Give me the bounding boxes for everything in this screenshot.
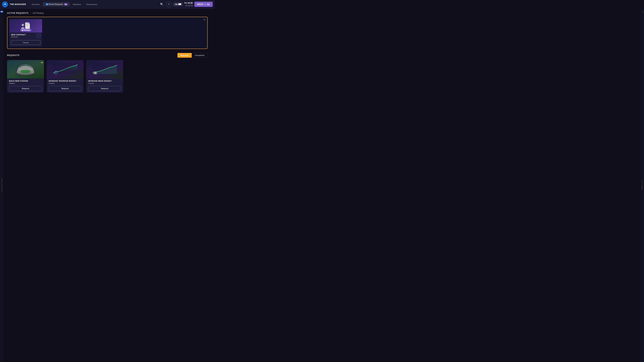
stadium-card-title: BUILD NEW STADIUM xyxy=(9,80,42,82)
timer-icon: ⏱ xyxy=(203,18,206,21)
fm-label: FM xyxy=(175,3,178,5)
transfer-card-title: INCREASE TRANSFER BUDGET xyxy=(49,80,82,82)
build-stadium-card: ✦✦ xyxy=(7,60,44,93)
transfer-card-body: INCREASE TRANSFER BUDGET Finance Request xyxy=(46,78,84,93)
active-requests-header: ACTIVE REQUESTS 2/3 Pending xyxy=(7,12,208,14)
nav-items: Overview L1 Board Requests R1 Members Pe… xyxy=(29,2,159,6)
inbox-label: INBOX xyxy=(197,3,204,5)
transfer-card-sub: Finance xyxy=(49,82,82,84)
svg-rect-11 xyxy=(19,68,22,71)
topbar-right: 🔍 ? FM ⌨ Fri 10:00 21 Jul 23 INBOX » R2 xyxy=(159,2,213,7)
wage-budget-card: INCREASE WAGE BUDGET Finance Request xyxy=(86,60,123,93)
current-date: 21 Jul 23 xyxy=(184,4,193,7)
svg-rect-6 xyxy=(26,26,28,26)
stadium-card-body: BUILD NEW STADIUM Stadium Request xyxy=(7,78,44,93)
active-requests-subtitle: 2/3 Pending xyxy=(33,12,44,14)
pending-label: Pending xyxy=(24,29,30,31)
nav-performance[interactable]: Performance xyxy=(84,2,100,6)
wage-card-sub: Finance xyxy=(88,82,121,84)
stadium-card-image: ✦✦ xyxy=(7,60,44,78)
topbar: THE MANAGER Overview L1 Board Requests R… xyxy=(0,0,215,9)
pending-badge: Pending xyxy=(20,29,31,31)
help-button[interactable]: ? xyxy=(166,2,172,7)
requests-tab[interactable]: Requests xyxy=(178,53,192,58)
stadium-sparkle-icon: ✦✦ xyxy=(40,61,44,64)
active-request-card: ✦ xyxy=(10,19,42,46)
datetime-box: Fri 10:00 21 Jul 23 xyxy=(184,2,193,7)
sparkle-icon: ✦ xyxy=(26,23,28,25)
nav-members[interactable]: Members xyxy=(70,2,83,6)
completed-tab[interactable]: Completed xyxy=(192,53,208,58)
pending-dot xyxy=(22,30,23,31)
wage-request-button[interactable]: Request xyxy=(88,86,121,91)
transfer-card-image xyxy=(46,60,84,78)
active-request-container: ⏱ ✦ xyxy=(7,17,208,49)
section-divider xyxy=(30,12,31,14)
svg-point-19 xyxy=(94,72,96,73)
inbox-r2-badge: R2 xyxy=(206,3,210,5)
active-request-sub: Personal xyxy=(11,36,26,38)
transfer-budget-card: INCREASE TRANSFER BUDGET Finance Request xyxy=(46,60,84,93)
nav-l1-badge: L1 xyxy=(46,3,49,5)
wage-card-image xyxy=(86,60,123,78)
active-request-card-image: ✦ xyxy=(10,19,42,32)
request-cards-grid: ✦✦ xyxy=(7,60,208,93)
inbox-button[interactable]: INBOX » R2 xyxy=(194,2,213,7)
requests-section-title: REQUESTS xyxy=(7,54,20,56)
tab-group: Requests Completed xyxy=(178,53,208,58)
club-logo xyxy=(2,1,8,7)
l2-badge: L2 xyxy=(0,11,3,12)
inbox-arrow-icon: » xyxy=(204,3,206,5)
stadium-request-button[interactable]: Request xyxy=(9,86,42,91)
active-request-card-body: NEW CONTRACT Personal ⤢ xyxy=(10,32,42,39)
svg-point-1 xyxy=(22,24,24,26)
active-request-title: NEW CONTRACT xyxy=(11,34,26,36)
stadium-card-sub: Stadium xyxy=(9,82,42,84)
active-requests-title: ACTIVE REQUESTS xyxy=(7,12,28,14)
cancel-button[interactable]: Cancel xyxy=(11,40,40,45)
sidebar-navigation: L2 NAVIGATION xyxy=(0,9,4,121)
current-time: Fri 10:00 xyxy=(184,2,193,4)
search-button[interactable]: 🔍 xyxy=(159,2,164,7)
svg-point-13 xyxy=(17,72,34,75)
fm-badge: FM ⌨ xyxy=(173,2,183,6)
wage-card-body: INCREASE WAGE BUDGET Finance Request xyxy=(86,78,123,93)
wage-card-title: INCREASE WAGE BUDGET xyxy=(88,80,121,82)
keyboard-icon: ⌨ xyxy=(178,3,181,5)
expand-icon[interactable]: ⤢ xyxy=(37,34,40,37)
svg-rect-12 xyxy=(30,68,32,71)
contract-icon: ✦ xyxy=(21,22,31,29)
manager-name: THE MANAGER xyxy=(10,3,26,5)
transfer-request-button[interactable]: Request xyxy=(49,86,82,91)
nav-board-requests[interactable]: L1 Board Requests R1 xyxy=(43,2,70,6)
nav-r1-badge: R1 xyxy=(64,3,68,5)
requests-section-header: REQUESTS Requests Completed xyxy=(7,53,208,58)
main-content: ACTIVE REQUESTS 2/3 Pending ⏱ ✦ xyxy=(4,9,211,121)
nav-overview[interactable]: Overview xyxy=(29,2,42,6)
